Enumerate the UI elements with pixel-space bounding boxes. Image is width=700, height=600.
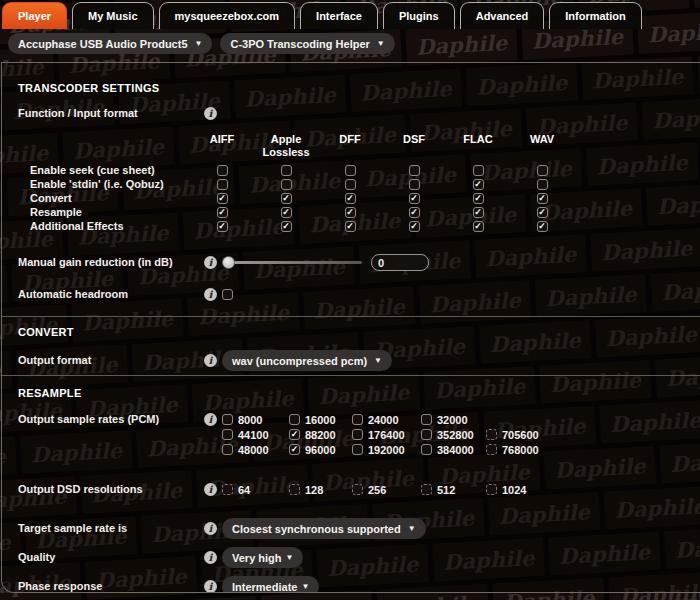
checkbox-dsd-128: [289, 484, 300, 495]
checkbox-16000[interactable]: [289, 414, 300, 425]
checkbox-48000[interactable]: [222, 444, 233, 455]
sample-rate-option-label: 48000: [238, 444, 269, 456]
dsd-option-label: 128: [305, 484, 323, 496]
checkbox-wav-enable-stdin-i-e-qobuz[interactable]: [537, 179, 548, 190]
matrix-cell: [318, 163, 382, 177]
dsd-resolutions-label: Output DSD resolutions: [18, 483, 204, 496]
quality-select[interactable]: Very high ▼: [222, 547, 303, 568]
info-icon[interactable]: i: [204, 256, 217, 269]
checkbox-apple-lossless-enable-seek-cue-sheet[interactable]: [281, 165, 292, 176]
checkbox-wav-resample[interactable]: ✓: [537, 207, 548, 218]
checkbox-wav-convert[interactable]: ✓: [537, 193, 548, 204]
info-icon[interactable]: i: [204, 413, 217, 426]
checkbox-apple-lossless-enable-stdin-i-e-qobuz[interactable]: [281, 179, 292, 190]
matrix-cell: ✓: [190, 219, 254, 233]
checkbox-dsf-enable-stdin-i-e-qobuz[interactable]: [409, 179, 420, 190]
checkbox-flac-enable-stdin-i-e-qobuz[interactable]: ✓: [473, 179, 484, 190]
info-icon[interactable]: i: [204, 580, 217, 593]
output-format-select[interactable]: wav (uncompressed pcm) ▼: [222, 350, 392, 371]
sample-rate-option: 705600: [486, 429, 576, 441]
format-column-header-dff: DFF: [318, 133, 382, 163]
tab-plugins[interactable]: Plugins: [383, 2, 455, 29]
checkbox-44100[interactable]: [222, 429, 233, 440]
checkbox-dff-enable-seek-cue-sheet[interactable]: [345, 165, 356, 176]
checkbox-dff-enable-stdin-i-e-qobuz[interactable]: [345, 179, 356, 190]
tab-my-music[interactable]: My Music: [72, 2, 154, 29]
matrix-cell: ✓: [254, 191, 318, 205]
info-icon[interactable]: i: [204, 354, 217, 367]
gain-slider[interactable]: [222, 256, 362, 269]
slider-track: [222, 261, 362, 264]
target-sample-rate-select[interactable]: Closest synchronous supported ▼: [222, 518, 426, 539]
checkbox-96000[interactable]: ✓: [289, 444, 300, 455]
sample-rate-option-label: 88200: [305, 429, 336, 441]
function-row-label-resample: Resample: [18, 205, 190, 219]
info-icon[interactable]: i: [204, 107, 217, 120]
checkbox-flac-convert[interactable]: ✓: [473, 193, 484, 204]
checkbox-352800[interactable]: [421, 429, 432, 440]
checkbox-flac-additional-effects[interactable]: ✓: [473, 221, 484, 232]
manual-gain-row: Manual gain reduction (in dB) i: [18, 254, 700, 271]
dsd-option: 256: [352, 484, 421, 496]
info-icon[interactable]: i: [204, 483, 217, 496]
checkbox-192000[interactable]: [352, 444, 363, 455]
checkbox-dff-resample[interactable]: ✓: [345, 207, 356, 218]
output-format-row: Output format i wav (uncompressed pcm) ▼: [18, 350, 700, 371]
function-input-format-row: Function / Input format i: [18, 107, 700, 120]
checkbox-dff-convert[interactable]: ✓: [345, 193, 356, 204]
audio-device-select[interactable]: Accuphase USB Audio Product5 ▼: [8, 33, 212, 54]
slider-thumb[interactable]: [222, 256, 235, 269]
checkbox-aiff-convert[interactable]: ✓: [217, 193, 228, 204]
checkbox-384000[interactable]: [421, 444, 432, 455]
plugin-section-select[interactable]: C-3PO Transcoding Helper ▼: [220, 33, 394, 54]
convert-title: CONVERT: [18, 326, 700, 339]
checkbox-dsf-additional-effects[interactable]: ✓: [409, 221, 420, 232]
target-sample-rate-row: Target sample rate is i Closest synchron…: [18, 518, 700, 539]
matrix-cell: ✓: [254, 205, 318, 219]
checkbox-apple-lossless-convert[interactable]: ✓: [281, 193, 292, 204]
section-divider: [1, 375, 700, 376]
checkbox-aiff-resample[interactable]: ✓: [217, 207, 228, 218]
info-icon[interactable]: i: [204, 522, 217, 535]
sample-rate-option: 384000: [421, 444, 486, 456]
format-column-header-aiff: AIFF: [190, 133, 254, 163]
checkbox-aiff-enable-stdin-i-e-qobuz[interactable]: [217, 179, 228, 190]
tab-mysqueezebox-com[interactable]: mysqueezebox.com: [159, 2, 296, 29]
checkbox-dff-additional-effects[interactable]: ✓: [345, 221, 356, 232]
checkbox-dsf-enable-seek-cue-sheet[interactable]: [409, 165, 420, 176]
checkbox-32000[interactable]: [421, 414, 432, 425]
tab-interface[interactable]: Interface: [300, 2, 378, 29]
checkbox-176400[interactable]: [352, 429, 363, 440]
sample-rate-option-label: 8000: [238, 414, 262, 426]
checkbox-apple-lossless-resample[interactable]: ✓: [281, 207, 292, 218]
checkbox-wav-additional-effects[interactable]: ✓: [537, 221, 548, 232]
dsd-option-label: 64: [238, 484, 250, 496]
checkbox-flac-resample[interactable]: ✓: [473, 207, 484, 218]
tab-information[interactable]: Information: [549, 2, 642, 29]
checkbox-24000[interactable]: [352, 414, 363, 425]
info-icon[interactable]: i: [204, 551, 217, 564]
checkbox-dsf-convert[interactable]: ✓: [409, 193, 420, 204]
checkbox-8000[interactable]: [222, 414, 233, 425]
phase-response-select[interactable]: Intermediate ▼: [222, 576, 319, 593]
checkbox-aiff-enable-seek-cue-sheet[interactable]: [217, 165, 228, 176]
checkbox-flac-enable-seek-cue-sheet[interactable]: [473, 165, 484, 176]
format-function-matrix: AIFFApple LosslessDFFDSFFLACWAVEnable se…: [18, 133, 700, 233]
tab-player[interactable]: Player: [2, 2, 67, 29]
checkbox-dsf-resample[interactable]: ✓: [409, 207, 420, 218]
info-icon[interactable]: i: [204, 288, 217, 301]
sample-rate-option-label: 176400: [368, 429, 405, 441]
tab-advanced[interactable]: Advanced: [460, 2, 545, 29]
checkbox-wav-enable-seek-cue-sheet[interactable]: [537, 165, 548, 176]
gain-value-input[interactable]: [371, 254, 429, 271]
matrix-cell: ✓: [382, 191, 446, 205]
sample-rate-option: 24000: [352, 414, 421, 426]
matrix-cell: [254, 163, 318, 177]
sample-rate-option: 352800: [421, 429, 486, 441]
output-format-label: Output format: [18, 354, 204, 367]
sample-rate-option: ✓88200: [289, 429, 352, 441]
checkbox-apple-lossless-additional-effects[interactable]: ✓: [281, 221, 292, 232]
checkbox-88200[interactable]: ✓: [289, 429, 300, 440]
checkbox-automatic-headroom[interactable]: [222, 289, 233, 300]
checkbox-aiff-additional-effects[interactable]: ✓: [217, 221, 228, 232]
